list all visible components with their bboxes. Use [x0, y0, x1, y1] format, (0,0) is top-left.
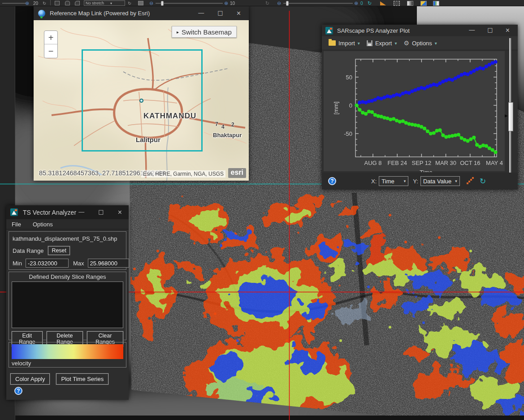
gradient-stretch-icon[interactable]	[407, 1, 413, 6]
density-slice-list[interactable]	[12, 281, 123, 328]
density-slice-group: Defined Density Slice Ranges Edit Range …	[9, 272, 126, 340]
max-label: Max	[73, 260, 84, 267]
map-label-bhaktapur: Bhaktapur	[213, 132, 242, 139]
svg-text:[mm]: [mm]	[333, 102, 339, 115]
chevron-down-icon: ▾	[394, 41, 397, 46]
svg-text:50: 50	[346, 74, 352, 81]
angle-measure-icon[interactable]	[380, 1, 386, 5]
minimize-button[interactable]: —	[78, 208, 84, 216]
city-marker-icon	[139, 99, 143, 103]
reference-map-window: Reference Map Link (Powered by Esri) — □…	[34, 6, 249, 181]
refresh-plot-icon[interactable]: ↻	[480, 177, 486, 186]
menu-options[interactable]: Options	[33, 221, 53, 228]
refresh-view-icon[interactable]: ↻	[368, 0, 372, 6]
map-label-4: 4	[221, 124, 225, 130]
zoom-in-button[interactable]: +	[44, 31, 57, 44]
plot-vertical-slider[interactable]: ▶	[509, 38, 511, 186]
close-button[interactable]: ×	[237, 9, 241, 17]
import-button[interactable]: Import ▾	[329, 40, 360, 47]
svg-text:MAR 30: MAR 30	[435, 160, 456, 166]
export-button[interactable]: Export ▾	[367, 40, 397, 47]
map-label-2: 2	[231, 121, 234, 128]
chevron-down-icon: ▾	[358, 41, 360, 46]
maximize-button[interactable]: □	[98, 208, 104, 216]
plot-time-series-button[interactable]: Plot Time Series	[56, 373, 108, 385]
min-value-input[interactable]	[26, 259, 69, 268]
transparency-slider[interactable]	[156, 0, 223, 6]
x-axis-combo[interactable]: Time ▾	[379, 176, 408, 186]
maximize-button[interactable]: □	[487, 26, 493, 35]
transparency-plus-icon[interactable]: ⊕	[224, 0, 228, 6]
y-axis-label: Y:	[413, 178, 418, 185]
colorbar-label: velocity	[12, 360, 123, 367]
opacity-plus-icon[interactable]: ⊕	[354, 0, 358, 6]
svg-text:SEP 12: SEP 12	[411, 160, 431, 166]
ts-menubar: File Options	[6, 219, 129, 229]
plot-footer: ? X: Time ▾ Y: Data Value ▾ ↻	[322, 173, 518, 190]
esri-basemap[interactable]: + − ▸ Switch Basemap KATHMANDU Lalitpur …	[34, 20, 249, 181]
step-plot-icon[interactable]	[466, 178, 473, 185]
color-apply-button[interactable]: Color Apply	[10, 373, 50, 385]
bottom-dem-strip	[15, 416, 524, 420]
reset-button[interactable]: Reset	[48, 246, 70, 255]
transparency-minus-icon[interactable]: ⊖	[149, 0, 153, 6]
svg-text:AUG 8: AUG 8	[364, 160, 381, 166]
close-button[interactable]: ×	[118, 208, 122, 216]
brush-icon[interactable]	[138, 1, 143, 5]
ts-vector-analyzer-window: TS Vector Analyzer — □ × File Options ka…	[6, 205, 129, 400]
help-button[interactable]: ?	[328, 177, 336, 185]
layer-stack-icon[interactable]	[420, 1, 427, 6]
plot-titlebar[interactable]: SARscape PS Analyzer Plot — □ ×	[322, 25, 518, 36]
histogram-stretch-icon[interactable]	[65, 1, 70, 5]
roi-box-icon[interactable]	[55, 1, 60, 5]
minimize-button[interactable]: —	[469, 26, 475, 35]
window-title: Reference Map Link (Powered by Esri)	[50, 10, 150, 17]
opacity-minus-icon[interactable]: ⊖	[277, 0, 281, 6]
esri-logo: esri	[228, 168, 246, 178]
multi-view-icon[interactable]	[433, 1, 439, 6]
max-value-input[interactable]	[88, 259, 129, 268]
min-label: Min	[13, 260, 22, 267]
chevron-down-icon: ▾	[110, 1, 112, 5]
options-button[interactable]: ⚙ Options ▾	[403, 39, 437, 47]
zoom-slider[interactable]	[2, 0, 26, 6]
ts-titlebar[interactable]: TS Vector Analyzer — □ ×	[6, 205, 129, 219]
pin-icon[interactable]	[75, 1, 80, 5]
refresh-stretch-icon[interactable]: ↻	[128, 0, 131, 6]
film-frame-icon[interactable]	[394, 1, 400, 6]
stretch-combo[interactable]: No stretch▾	[84, 0, 125, 6]
map-zoom-control: + −	[44, 30, 58, 58]
zoom-slider-end-icon[interactable]: ⊕	[25, 0, 29, 6]
refresh-disabled-icon: ↻	[265, 0, 269, 6]
switch-basemap-button[interactable]: ▸ Switch Basemap	[172, 26, 237, 38]
velocity-colorbar	[12, 344, 123, 359]
globe-icon	[38, 10, 45, 17]
opacity-value: 0	[360, 0, 363, 6]
map-attribution: Esri, HERE, Garmin, NGA, USGS	[141, 170, 225, 178]
zoom-out-button[interactable]: −	[44, 44, 57, 58]
maximize-button[interactable]: □	[217, 9, 223, 17]
chevron-down-icon: ▾	[404, 179, 406, 183]
triangle-right-icon: ▸	[177, 30, 179, 35]
zoom-value: 20	[33, 0, 38, 6]
opacity-slider[interactable]	[283, 0, 353, 6]
reference-map-titlebar[interactable]: Reference Map Link (Powered by Esri) — □…	[34, 6, 249, 20]
sarscape-app-icon	[325, 27, 333, 35]
sarscape-app-icon	[10, 208, 18, 216]
data-range-label: Data Range	[13, 247, 43, 254]
time-series-chart[interactable]: 500-50AUG 8FEB 24SEP 12MAR 30OCT 16MAY 4…	[322, 50, 518, 172]
minimize-button[interactable]: —	[198, 9, 204, 17]
y-axis-combo[interactable]: Data Value ▾	[420, 176, 460, 186]
transparency-value: 10	[230, 0, 235, 6]
colorbar-group: velocity	[9, 342, 126, 368]
folder-icon	[329, 40, 336, 46]
chevron-down-icon: ▾	[435, 41, 437, 46]
menu-file[interactable]: File	[12, 221, 21, 228]
slider-handle[interactable]	[508, 102, 513, 131]
floppy-disk-icon	[367, 40, 372, 46]
svg-text:Time: Time	[420, 169, 432, 172]
gear-icon: ⚙	[403, 39, 409, 47]
help-button[interactable]: ?	[14, 387, 22, 395]
refresh-icon[interactable]: ↻	[43, 0, 46, 6]
close-button[interactable]: ×	[506, 26, 510, 35]
